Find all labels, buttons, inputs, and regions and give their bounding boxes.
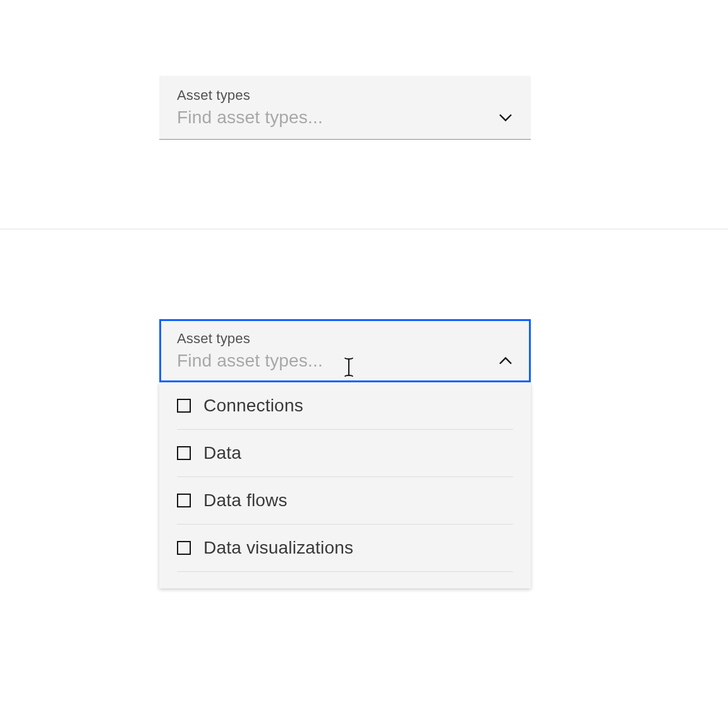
input-row — [177, 351, 513, 371]
option-data-visualizations[interactable]: Data visualizations — [159, 525, 531, 572]
multiselect-field-focused[interactable]: Asset types — [159, 319, 531, 382]
field-label: Asset types — [177, 331, 513, 347]
option-label: Data flows — [203, 490, 288, 511]
field-label: Asset types — [177, 87, 513, 104]
option-label: Data — [203, 443, 241, 463]
checkbox-icon[interactable] — [177, 399, 191, 413]
checkbox-icon[interactable] — [177, 541, 191, 555]
filter-input[interactable] — [177, 107, 498, 128]
section-divider — [0, 229, 728, 229]
option-data-flows[interactable]: Data flows — [159, 477, 531, 525]
option-label: Model builders — [203, 585, 320, 588]
option-label: Data visualizations — [203, 538, 353, 558]
option-label: Connections — [203, 396, 303, 416]
option-model-builders[interactable]: Model builders — [159, 572, 531, 588]
option-data[interactable]: Data — [159, 430, 531, 477]
dropdown-menu: Connections Data Data flows Data visuali… — [159, 382, 531, 588]
chevron-down-icon[interactable] — [498, 110, 513, 125]
multiselect-open: Asset types Connections Data — [159, 319, 531, 588]
checkbox-icon[interactable] — [177, 446, 191, 460]
multiselect-closed: Asset types — [159, 76, 531, 140]
chevron-up-icon[interactable] — [498, 353, 513, 368]
option-connections[interactable]: Connections — [159, 382, 531, 430]
checkbox-icon[interactable] — [177, 494, 191, 507]
input-row — [177, 107, 513, 128]
multiselect-field[interactable]: Asset types — [159, 76, 531, 140]
filter-input[interactable] — [177, 351, 498, 371]
